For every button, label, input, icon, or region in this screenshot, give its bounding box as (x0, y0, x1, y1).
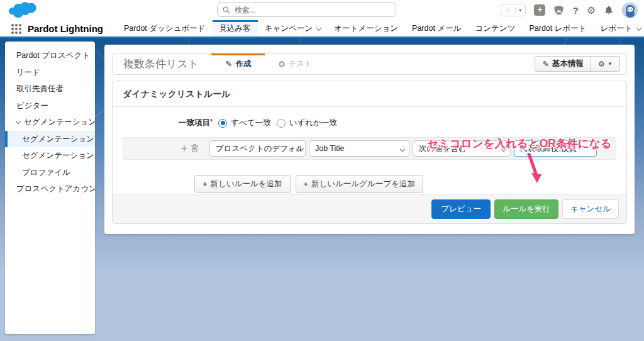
add-rule-plus-icon[interactable]: + (181, 142, 187, 155)
user-avatar[interactable] (622, 3, 638, 18)
chevron-down-icon (16, 119, 21, 124)
plus-icon: + (203, 179, 208, 189)
basic-info-button[interactable]: ✎基本情報 (535, 56, 591, 72)
gear-icon: ⚙ (598, 59, 605, 69)
nav-tab-prospects[interactable]: 見込み客 (213, 20, 258, 36)
sidebar: Pardot プロスペクト リード 取引先責任者 ビジター セグメンテーション … (5, 42, 95, 334)
run-rules-button[interactable]: ルールを実行 (494, 199, 558, 219)
favorites-caret-icon[interactable]: ▼ (515, 8, 526, 13)
global-actions-plus-icon[interactable]: + (534, 4, 545, 16)
settings-menu-button[interactable]: ⚙▼ (591, 56, 620, 72)
sidebar-item-visitors[interactable]: ビジター (5, 98, 95, 115)
nav-tab-content[interactable]: コンテンツ (468, 20, 522, 36)
add-new-rule-group-button[interactable]: +新しいルールグループを追加 (296, 175, 423, 193)
sidebar-item-segmentation-rules[interactable]: セグメンテーションルール (5, 147, 95, 164)
plus-icon: + (304, 179, 309, 189)
setup-gear-icon[interactable]: ⚙ (587, 4, 596, 16)
page-header-card: 複数条件リスト ✎作成 テスト ✎基本情報 ⚙▼ (112, 53, 627, 75)
sidebar-item-profiles[interactable]: プロファイル (5, 164, 95, 181)
sidebar-item-leads[interactable]: リード (5, 64, 95, 81)
nav-tab-pardot-dashboard[interactable]: Pardot ダッシュボード (117, 20, 213, 36)
app-body: Pardot プロスペクト リード 取引先責任者 ビジター セグメンテーション … (0, 38, 644, 339)
notifications-bell-icon[interactable] (604, 5, 614, 15)
pencil-icon: ✎ (542, 59, 548, 69)
help-icon[interactable]: ? (572, 5, 578, 16)
sidebar-item-segmentation[interactable]: セグメンテーション (5, 114, 95, 131)
nav-tab-pardot-reports[interactable]: Pardot レポート (522, 20, 593, 36)
radio-unselected-icon[interactable] (277, 119, 286, 128)
add-buttons-row: +新しいルールを追加 +新しいルールグループを追加 (194, 175, 626, 193)
nav-tab-pardot-email[interactable]: Pardot メール (405, 20, 468, 36)
search-icon (223, 6, 230, 14)
cancel-button[interactable]: キャンセル (562, 199, 619, 219)
sidebar-item-segmentation-lists[interactable]: セグメンテーションリスト (5, 131, 95, 148)
field-type-select[interactable]: プロスペクトのデフォルト項目 (209, 140, 306, 157)
match-label: 一致項目* (179, 118, 213, 128)
tab-create[interactable]: ✎作成 (211, 53, 265, 74)
chevron-down-icon[interactable] (635, 25, 641, 31)
radio-selected-icon[interactable] (218, 119, 227, 128)
chevron-down-icon (400, 147, 405, 152)
app-name: Pardot Lightning (28, 20, 103, 36)
radio-match-all[interactable]: すべて一致 (218, 118, 270, 128)
page-title: 複数条件リスト (113, 57, 211, 71)
dynamic-list-rules-card: ダイナミックリストルール 一致項目* すべて一致 いずれか一致 + プロスペクト… (112, 81, 627, 224)
sidebar-item-pardot-prospects[interactable]: Pardot プロスペクト (5, 47, 95, 64)
app-launcher-icon[interactable] (11, 24, 21, 34)
add-new-rule-button[interactable]: +新しいルールを追加 (194, 175, 291, 193)
sidebar-item-contacts[interactable]: 取引先責任者 (5, 81, 95, 98)
global-header: ☆ ▼ + ? ⚙ (0, 0, 644, 20)
delete-rule-trash-icon[interactable] (191, 143, 199, 154)
app-nav-bar: Pardot Lightning Pardot ダッシュボード 見込み客 キャン… (0, 20, 644, 38)
salesforce-logo-icon[interactable] (9, 1, 39, 20)
tab-test[interactable]: テスト (265, 53, 326, 74)
caret-down-icon: ▼ (608, 61, 613, 67)
required-asterisk: * (210, 118, 213, 125)
annotation-note: セミコロンを入れるとOR条件になる (427, 136, 609, 151)
nav-tab-campaigns[interactable]: キャンペーン (258, 20, 327, 36)
circle-icon (279, 61, 285, 67)
nav-tab-reports[interactable]: レポート (594, 20, 644, 36)
edit-pencil-icon: ✎ (225, 59, 232, 69)
trailhead-icon[interactable] (553, 5, 564, 16)
card-footer: プレビュー ルールを実行 キャンセル (113, 194, 626, 223)
favorites-button[interactable]: ☆ ▼ (501, 4, 526, 16)
section-title: ダイナミックリストルール (113, 81, 626, 107)
sidebar-item-prospect-accounts[interactable]: プロスペクトアカウント (5, 181, 95, 198)
chevron-down-icon[interactable] (316, 25, 322, 31)
radio-match-any[interactable]: いずれか一致 (277, 118, 337, 128)
nav-tab-automations[interactable]: オートメーション (327, 20, 405, 36)
star-icon[interactable]: ☆ (501, 4, 515, 16)
preview-button[interactable]: プレビュー (431, 199, 491, 219)
annotation-arrow-icon (525, 153, 544, 184)
global-search[interactable] (217, 3, 396, 17)
search-input[interactable] (235, 6, 391, 14)
field-select[interactable]: Job Title (309, 140, 409, 157)
match-type-row: 一致項目* すべて一致 いずれか一致 (113, 107, 626, 128)
